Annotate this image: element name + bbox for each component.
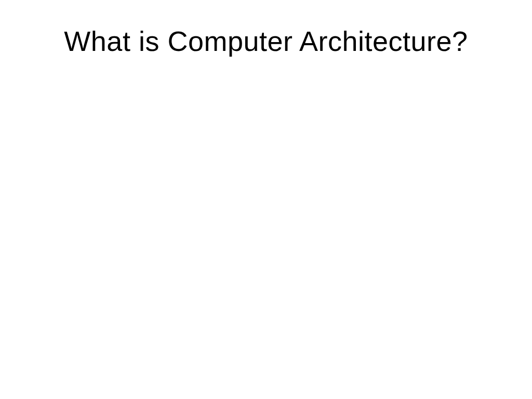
slide-title: What is Computer Architecture? [0, 25, 532, 57]
slide-container: What is Computer Architecture? [0, 0, 532, 399]
